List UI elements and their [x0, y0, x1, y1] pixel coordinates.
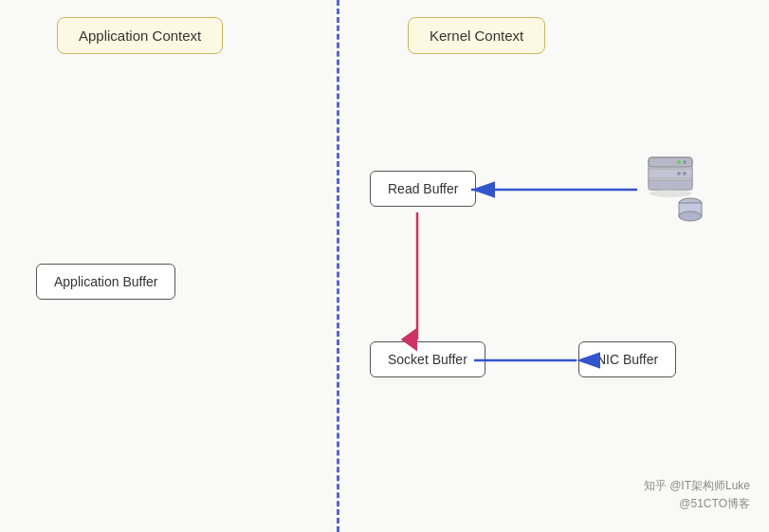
socket-buffer-label: Socket Buffer	[388, 352, 467, 367]
svg-point-4	[683, 160, 687, 164]
application-buffer-label: Application Buffer	[54, 274, 157, 289]
watermark-line1: 知乎 @IT架构师Luke	[644, 477, 750, 495]
application-context-box: Application Context	[57, 17, 223, 54]
socket-buffer-box: Socket Buffer	[370, 341, 485, 377]
diagram-container: Application Context Kernel Context Appli…	[0, 0, 769, 532]
svg-rect-3	[649, 180, 692, 190]
watermark: 知乎 @IT架构师Luke @51CTO博客	[644, 477, 750, 513]
read-buffer-label: Read Buffer	[388, 181, 458, 196]
svg-point-7	[677, 172, 681, 175]
svg-point-11	[650, 190, 691, 197]
vertical-divider	[337, 0, 339, 532]
server-icon	[637, 150, 713, 226]
application-context-label: Application Context	[79, 28, 201, 44]
svg-point-10	[679, 211, 702, 221]
read-buffer-box: Read Buffer	[370, 171, 476, 207]
svg-point-5	[677, 160, 681, 164]
watermark-line2: @51CTO博客	[644, 495, 750, 513]
kernel-context-box: Kernel Context	[408, 17, 545, 54]
nic-buffer-label: NIC Buffer	[596, 352, 658, 367]
application-buffer-box: Application Buffer	[36, 264, 175, 300]
svg-point-6	[683, 172, 687, 175]
nic-buffer-box: NIC Buffer	[578, 341, 676, 377]
kernel-context-label: Kernel Context	[430, 28, 523, 44]
